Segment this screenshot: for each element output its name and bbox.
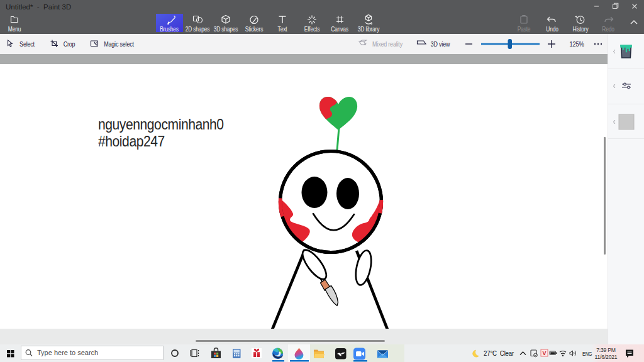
svg-text:V: V (542, 350, 546, 356)
